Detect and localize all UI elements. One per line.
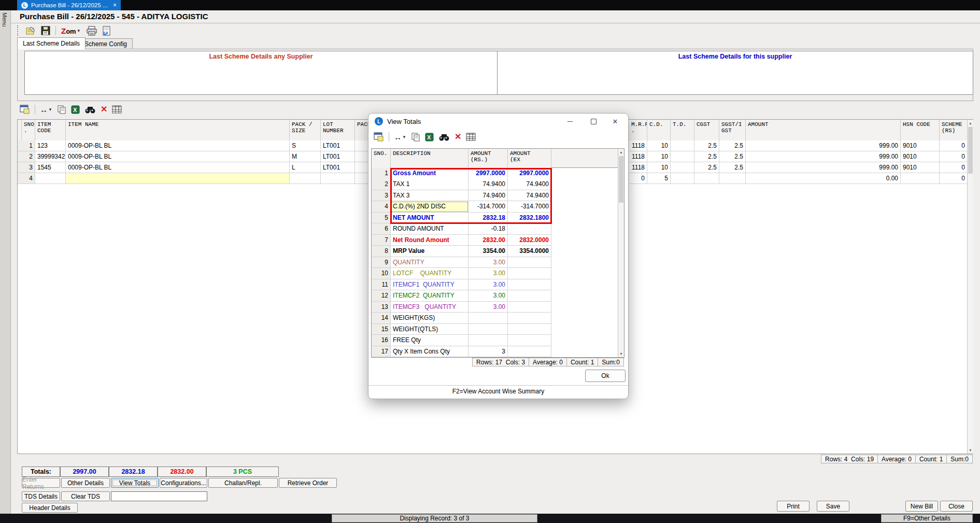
column-header-sno[interactable]: SNO .: [22, 120, 35, 140]
grid-cell-scheme[interactable]: 0: [940, 151, 968, 162]
grid-cell-scheme[interactable]: 0: [940, 173, 968, 184]
grid-cell-mrp[interactable]: 0: [629, 173, 647, 184]
totals-cell-rs[interactable]: 3.00: [468, 302, 508, 313]
totals-cell-sno[interactable]: 7: [372, 235, 391, 246]
totals-cell-ex[interactable]: 2997.0000: [508, 168, 551, 179]
totals-cell-desc[interactable]: ROUND AMOUNT: [391, 223, 468, 235]
totals-cell-rs[interactable]: 2832.00: [468, 235, 508, 246]
grid-cell-td[interactable]: [671, 162, 694, 173]
other-details-button[interactable]: Other Details: [61, 478, 110, 488]
grid-cell-packsize[interactable]: L: [290, 162, 321, 173]
grid-cell-cd[interactable]: 10: [647, 151, 671, 162]
totals-cell-ex[interactable]: [508, 268, 551, 279]
totals-cell-sno[interactable]: 16: [372, 335, 391, 346]
totals-cell-desc[interactable]: Qty X Item Cons Qty: [391, 346, 468, 358]
totals-cell-rs[interactable]: 3.00: [468, 268, 508, 279]
grid-cell-lot[interactable]: LT001: [321, 140, 355, 151]
column-header-sno[interactable]: SNO.: [372, 149, 391, 168]
totals-cell-desc[interactable]: MRP Value: [391, 246, 468, 257]
scrollbar-thumb[interactable]: [968, 127, 973, 174]
totals-cell-rs[interactable]: [468, 313, 508, 324]
grid-cell-mrp[interactable]: 1118: [629, 140, 647, 151]
totals-cell-rs[interactable]: 74.9400: [468, 179, 508, 190]
report-icon[interactable]: a: [103, 25, 111, 36]
grid-cell-mrp[interactable]: 1118: [629, 162, 647, 173]
minimize-button[interactable]: [563, 116, 577, 127]
scroll-down-icon[interactable]: ▼: [968, 447, 973, 454]
column-header-cgst[interactable]: CGST: [694, 120, 719, 140]
save-button[interactable]: Save: [817, 501, 849, 512]
grid-cell-sgst[interactable]: 2.5: [719, 140, 746, 151]
column-header-iname[interactable]: ITEM NAME: [66, 120, 290, 140]
grid-cell-hsn[interactable]: 9010: [901, 140, 940, 151]
export-excel-icon[interactable]: X: [425, 131, 434, 143]
copy-icon[interactable]: [411, 131, 420, 143]
totals-cell-ex[interactable]: 3354.0000: [508, 246, 551, 257]
grid-cell-icode[interactable]: [35, 173, 66, 184]
column-header-icode[interactable]: ITEM CODE: [35, 120, 66, 140]
column-header-lot[interactable]: LOT NUMBER: [321, 120, 355, 140]
totals-cell-ex[interactable]: [508, 346, 551, 358]
header-details-button[interactable]: Header Details: [22, 503, 78, 513]
tab-close-icon[interactable]: ×: [113, 2, 117, 9]
tab-scheme-config[interactable]: Scheme Config: [79, 38, 133, 49]
grid-view-icon[interactable]: [112, 104, 122, 115]
totals-cell-ex[interactable]: [508, 302, 551, 313]
print-icon[interactable]: [86, 25, 97, 36]
totals-cell-rs[interactable]: 3.00: [468, 257, 508, 268]
form-view-icon[interactable]: [374, 131, 384, 143]
grid-cell-amount[interactable]: 999.00: [746, 140, 901, 151]
maximize-button[interactable]: [586, 116, 601, 127]
totals-cell-ex[interactable]: -314.7000: [508, 201, 551, 213]
configurations--button[interactable]: Configurations...: [160, 478, 207, 488]
column-header-rs[interactable]: AMOUNT (RS.): [468, 149, 508, 168]
grid-cell-lot[interactable]: LT001: [321, 151, 355, 162]
column-header-sgst[interactable]: SGST/I GST: [719, 120, 746, 140]
grid-cell-amount[interactable]: 999.00: [746, 162, 901, 173]
totals-cell-rs[interactable]: 74.9400: [468, 190, 508, 202]
grid-cell-hsn[interactable]: 9010: [901, 151, 940, 162]
find-icon[interactable]: [438, 131, 450, 143]
totals-cell-sno[interactable]: 15: [372, 324, 391, 335]
print-button[interactable]: Print: [777, 501, 809, 512]
grid-cell-scheme[interactable]: 0: [940, 140, 968, 151]
totals-cell-sno[interactable]: 5: [372, 213, 391, 224]
totals-cell-ex[interactable]: [508, 324, 551, 335]
column-header-packsize[interactable]: PACK / SIZE: [290, 120, 321, 140]
totals-cell-ex[interactable]: 74.9400: [508, 179, 551, 190]
grid-cell-packsize[interactable]: [290, 173, 321, 184]
grid-cell-sgst[interactable]: 2.5: [719, 151, 746, 162]
grid-cell-sgst[interactable]: 2.5: [719, 162, 746, 173]
grid-cell-iname[interactable]: 0009-OP-BL BL: [66, 140, 290, 151]
tds-input[interactable]: [111, 491, 207, 501]
grid-cell-cgst[interactable]: 2.5: [694, 140, 719, 151]
grid-cell-icode[interactable]: 39999342: [35, 151, 66, 162]
totals-cell-ex[interactable]: 2832.1800: [508, 213, 551, 224]
totals-cell-sno[interactable]: 8: [372, 246, 391, 257]
copy-icon[interactable]: [57, 104, 66, 115]
totals-cell-rs[interactable]: 2997.0000: [468, 168, 508, 179]
delete-row-icon[interactable]: ✕: [455, 131, 461, 143]
toolbar-grip[interactable]: [17, 25, 20, 36]
totals-cell-desc[interactable]: ITEMCF2 QUANTITY: [391, 290, 468, 302]
grid-cell-scheme[interactable]: 0: [940, 162, 968, 173]
totals-cell-desc[interactable]: NET AMOUNT: [391, 213, 468, 224]
column-header-amount[interactable]: AMOUNT: [746, 120, 901, 140]
totals-cell-ex[interactable]: [508, 313, 551, 324]
totals-cell-desc[interactable]: FREE Qty: [391, 335, 468, 346]
totals-cell-desc[interactable]: WEIGHT(QTLS): [391, 324, 468, 335]
form-view-icon[interactable]: [20, 104, 30, 115]
ok-button[interactable]: Ok: [585, 370, 626, 382]
grid-cell-td[interactable]: [671, 151, 694, 162]
totals-cell-rs[interactable]: 3.00: [468, 290, 508, 302]
grid-cell-iname[interactable]: [66, 173, 290, 184]
column-width-icon[interactable]: ↔▼: [394, 131, 406, 143]
clear-tds-button[interactable]: Clear TDS: [61, 491, 110, 501]
grid-cell-icode[interactable]: 1545: [35, 162, 66, 173]
totals-cell-desc[interactable]: LOTCF QUANTITY: [391, 268, 468, 279]
close-button[interactable]: ✕: [608, 116, 622, 127]
column-header-hsn[interactable]: HSN CODE: [901, 120, 940, 140]
totals-cell-ex[interactable]: 74.9400: [508, 190, 551, 202]
grid-cell-lot[interactable]: LT001: [321, 162, 355, 173]
grid-cell-cgst[interactable]: 2.5: [694, 162, 719, 173]
